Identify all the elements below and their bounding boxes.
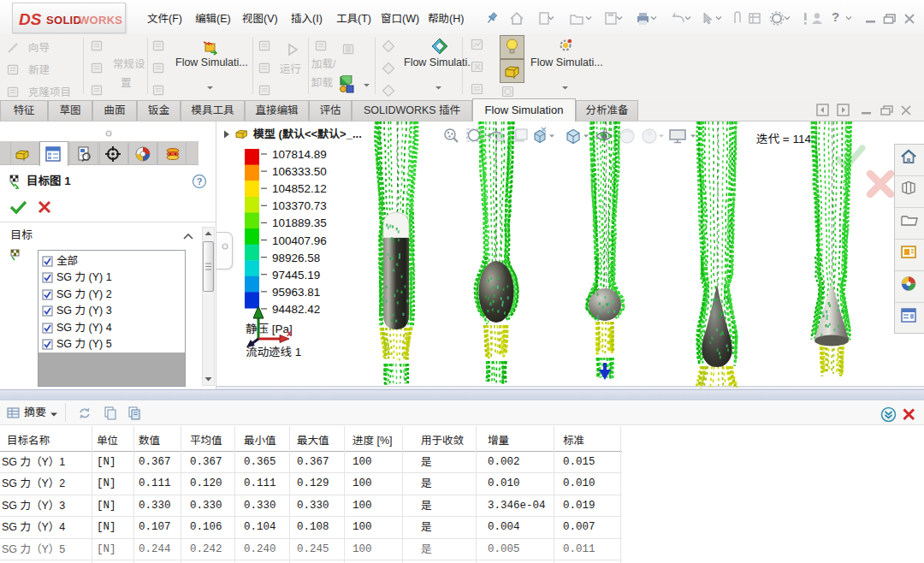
svg-text:WORKS: WORKS	[79, 14, 122, 27]
svg-text:SOLID: SOLID	[46, 14, 81, 27]
svg-text:?: ?	[197, 176, 203, 187]
svg-text:DS: DS	[19, 10, 42, 28]
